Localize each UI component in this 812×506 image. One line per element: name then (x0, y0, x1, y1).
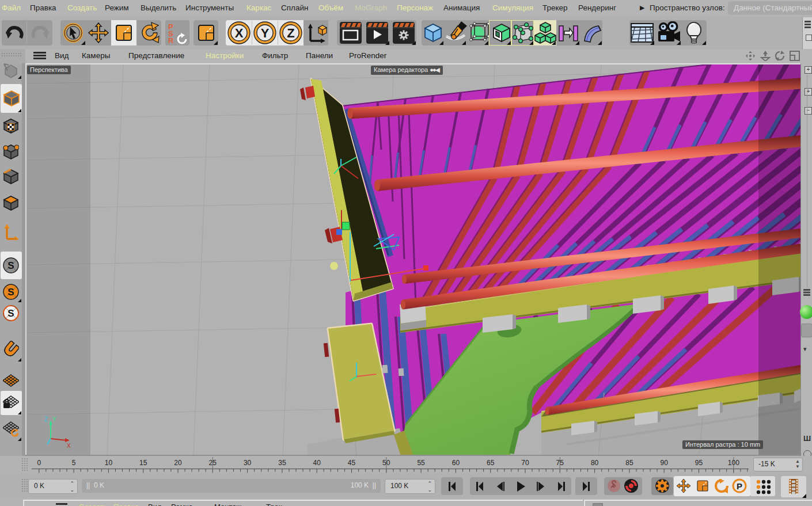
svg-text:45: 45 (348, 459, 356, 467)
svg-text:65: 65 (487, 459, 495, 467)
svg-text:S: S (7, 287, 14, 298)
svg-text:Z: Z (44, 416, 48, 423)
svg-text:95: 95 (695, 459, 703, 467)
svg-text:85: 85 (625, 459, 633, 467)
svg-text:100: 100 (728, 459, 739, 467)
svg-text:S: S (7, 260, 14, 271)
svg-text:Y: Y (52, 416, 56, 423)
svg-text:60: 60 (452, 459, 460, 467)
svg-text:40: 40 (313, 459, 321, 467)
svg-text:X: X (67, 443, 71, 449)
svg-text:Y: Y (261, 26, 270, 40)
svg-text:0: 0 (37, 459, 41, 467)
svg-text:70: 70 (521, 459, 529, 467)
svg-text:50: 50 (382, 459, 390, 467)
svg-text:R: R (168, 36, 174, 44)
svg-text:30: 30 (244, 459, 252, 467)
svg-text:15: 15 (139, 459, 147, 467)
svg-text:5: 5 (72, 459, 76, 467)
svg-text:20: 20 (174, 459, 182, 467)
svg-text:90: 90 (661, 459, 669, 467)
svg-text:Z: Z (287, 26, 294, 40)
svg-text:X: X (235, 26, 244, 40)
svg-text:55: 55 (417, 459, 425, 467)
svg-text:P: P (737, 481, 742, 491)
svg-text:75: 75 (556, 459, 564, 467)
svg-text:S: S (7, 308, 14, 319)
svg-text:25: 25 (209, 459, 217, 467)
svg-text:35: 35 (278, 459, 286, 467)
svg-text:80: 80 (591, 459, 599, 467)
svg-text:10: 10 (105, 459, 113, 467)
